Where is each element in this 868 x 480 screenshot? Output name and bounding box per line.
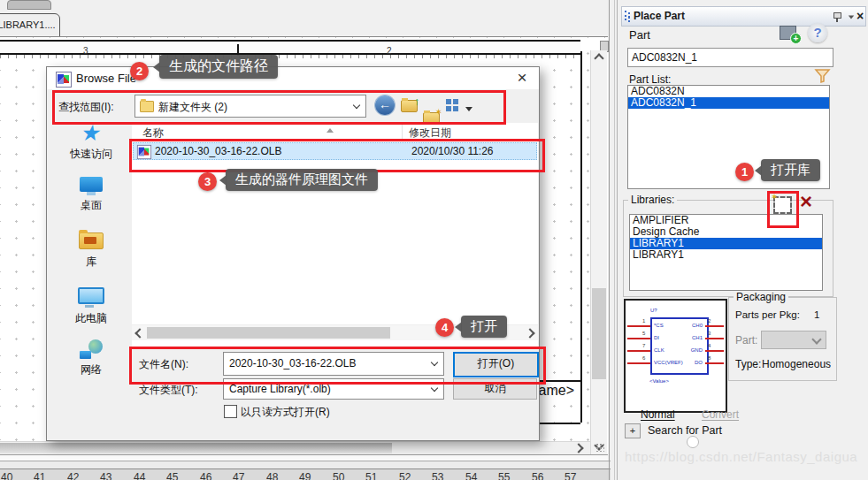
bottom-ruler-number: 50: [333, 471, 344, 480]
sidebar-item-libraries[interactable]: 库: [52, 232, 130, 285]
scroll-right-icon[interactable]: [525, 328, 534, 338]
bottom-ruler-number: 40: [1, 471, 12, 480]
vertical-scroll-thumb[interactable]: [592, 288, 606, 379]
sidebar-item-desktop[interactable]: 桌面: [52, 177, 130, 230]
pin-label: CLK: [654, 347, 664, 353]
bottom-ruler-number: 46: [200, 471, 211, 480]
sidebar-item-this-pc[interactable]: 此电脑: [52, 287, 130, 339]
sidebar-item-network[interactable]: 网络: [52, 339, 130, 391]
panel-titlebar[interactable]: Place Part ×: [621, 6, 866, 27]
titleblock-line: [536, 423, 580, 424]
bottom-ruler-number: 42: [67, 471, 79, 480]
pin-icon[interactable]: [833, 11, 841, 22]
add-part-icon[interactable]: +: [780, 26, 796, 40]
bottom-ruler-number: 51: [365, 471, 377, 480]
network-icon: [80, 339, 103, 359]
panel-menu-icon[interactable]: [849, 16, 854, 19]
sidebar-item-label: 快速访问: [52, 147, 130, 162]
close-icon[interactable]: [509, 68, 535, 88]
step-badge-3: 3: [198, 172, 217, 191]
sidebar-item-quick-access[interactable]: ★ 快速访问: [52, 122, 130, 174]
part-list-label: Part List:: [629, 73, 671, 86]
sparkle-icon: ✶: [435, 107, 442, 117]
bottom-ruler-number: 45: [166, 471, 178, 480]
places-sidebar: ★ 快速访问 桌面 库 此电脑 网络: [52, 122, 130, 391]
panel-separator: [609, 0, 610, 480]
bottom-ruler-number: 56: [532, 471, 543, 480]
horizontal-scroll-thumb[interactable]: [0, 443, 392, 453]
panel-separator: [614, 0, 615, 480]
pin-wire: [705, 338, 724, 339]
bottom-ruler-number: 47: [233, 471, 244, 480]
readonly-label: 以只读方式打开(R): [241, 405, 330, 420]
bottom-ruler-number: 54: [465, 471, 477, 480]
part-list-item-selected[interactable]: ADC0832N_1: [628, 97, 829, 109]
chevron-down-icon[interactable]: [431, 359, 438, 366]
expand-plus-button[interactable]: +: [625, 423, 641, 438]
column-separator[interactable]: [402, 123, 403, 141]
look-in-label: 查找范围(I):: [58, 100, 114, 115]
file-name-combobox[interactable]: 2020-10-30_03-16-22.OLB: [223, 352, 444, 376]
filelist-scroll-thumb[interactable]: [147, 327, 390, 339]
chevron-down-icon[interactable]: [431, 385, 438, 392]
dialog-title: Browse File: [76, 72, 136, 85]
file-list-panel: 名称 修改日期 2020-10-30_03-16-22.OLB 2020/10/…: [132, 123, 538, 347]
cancel-button[interactable]: 取消: [453, 378, 537, 400]
file-type-combobox[interactable]: Capture Library(*.olb): [223, 378, 444, 400]
help-icon[interactable]: ?: [808, 23, 827, 42]
back-button[interactable]: ←: [375, 95, 395, 115]
up-one-level-button[interactable]: ↑: [401, 100, 418, 112]
scroll-up-icon[interactable]: [594, 53, 603, 63]
step-badge-2: 2: [130, 62, 149, 80]
search-for-part-section[interactable]: + Search for Part: [624, 423, 836, 439]
library-item[interactable]: LIBRARY1: [630, 249, 822, 261]
quick-access-icon: ★: [80, 122, 104, 143]
bottom-ruler-number: 49: [299, 471, 311, 480]
views-grid-icon: [446, 99, 459, 111]
window-tab-remnant: [7, 0, 51, 10]
sidebar-item-label: 网络: [52, 362, 130, 377]
part-input[interactable]: ADC0832N_1: [627, 48, 833, 67]
pin-wire: [705, 362, 724, 364]
close-icon[interactable]: ×: [856, 9, 864, 23]
scroll-left-icon[interactable]: [134, 328, 144, 338]
column-header-date[interactable]: 修改日期: [409, 126, 451, 141]
canvas-vertical-scrollbar[interactable]: [590, 50, 607, 454]
normal-radio-label[interactable]: Normal: [641, 408, 675, 421]
bottom-ruler-number: 41: [34, 471, 45, 480]
pin-number: 8: [708, 355, 711, 361]
parts-per-pkg-value: 1: [814, 309, 819, 320]
panel-title: Place Part: [634, 10, 685, 22]
pkg-type-value: Homogeneous: [762, 358, 831, 370]
part-value-text: <Value>: [649, 378, 669, 384]
scroll-right-icon[interactable]: [573, 443, 583, 453]
watermark-text: https://blog.csdn.net/Fantasy_daigua: [625, 449, 857, 464]
readonly-checkbox[interactable]: [224, 405, 237, 418]
column-header-name[interactable]: 名称: [142, 126, 164, 141]
libraries-list[interactable]: AMPLIFIER Design Cache LIBRARY1 LIBRARY1: [629, 214, 823, 291]
pin-label: DI: [654, 335, 659, 340]
step-badge-1: 1: [735, 163, 754, 181]
resize-grip[interactable]: [595, 443, 604, 452]
views-menu-button[interactable]: [446, 99, 472, 115]
browse-file-dialog: Browse File 查找范围(I): 新建文件夹 (2) ← ↑ ✶ 名称 …: [46, 66, 540, 441]
canvas-horizontal-scrollbar[interactable]: [0, 441, 590, 454]
dialog-titlebar[interactable]: Browse File: [47, 67, 539, 89]
drag-handle-icon[interactable]: [625, 11, 630, 22]
delete-library-icon[interactable]: ×: [800, 189, 812, 214]
search-for-part-label: Search for Part: [648, 424, 722, 437]
file-row[interactable]: 2020-10-30_03-16-22.OLB 2020/10/30 11:26: [133, 142, 537, 160]
pin-number: 4: [708, 343, 711, 348]
pin-label: DO: [679, 360, 703, 365]
look-in-combobox[interactable]: 新建文件夹 (2): [134, 95, 366, 118]
pin-wire: [627, 325, 650, 327]
filter-funnel-icon[interactable]: [814, 68, 831, 84]
pin-wire: [627, 362, 650, 364]
add-library-button[interactable]: ✶: [773, 196, 792, 214]
document-tab[interactable]: LIBRARY1....: [0, 13, 60, 37]
convert-radio-label: Convert: [702, 408, 739, 421]
chevron-down-icon: [811, 334, 821, 344]
annotation-tooltip-2: 生成的文件路径: [159, 55, 278, 79]
open-button[interactable]: 打开(O): [453, 352, 539, 377]
chevron-down-icon[interactable]: [353, 102, 360, 109]
